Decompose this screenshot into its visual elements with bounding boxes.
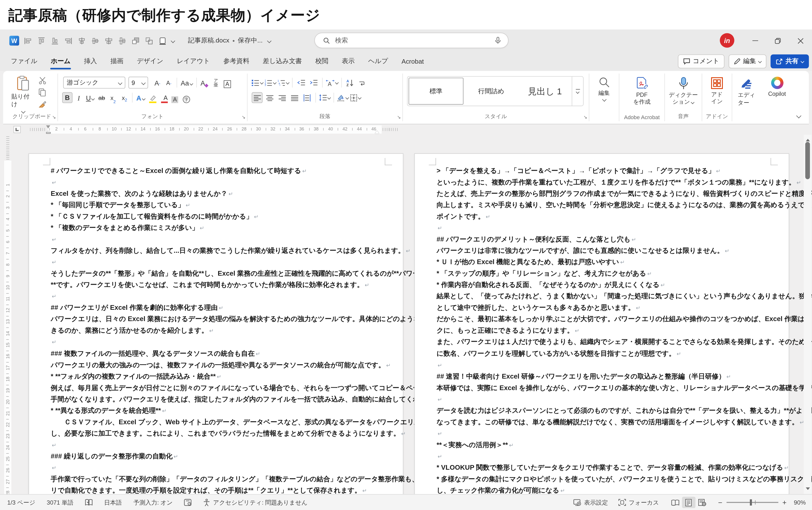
- zoom-slider-thumb[interactable]: [750, 499, 752, 505]
- search-mic-icon[interactable]: [495, 37, 501, 44]
- grow-font-button[interactable]: Aˆ: [152, 77, 163, 88]
- copy-icon[interactable]: [38, 88, 46, 96]
- zoom-level[interactable]: 90%: [794, 499, 806, 505]
- change-case-button[interactable]: Aa: [180, 77, 194, 88]
- bring-forward-icon[interactable]: [131, 36, 140, 45]
- editing-mode-button[interactable]: 編集: [729, 54, 766, 68]
- scrollbar-thumb[interactable]: [805, 142, 810, 179]
- accessibility-status[interactable]: アクセシビリティ: 問題ありません: [203, 499, 308, 506]
- strikethrough-button[interactable]: ab: [96, 92, 107, 103]
- zoom-in-button[interactable]: +: [782, 498, 786, 507]
- right-indent-marker[interactable]: [375, 129, 379, 134]
- restore-button[interactable]: [766, 29, 789, 52]
- format-painter-icon[interactable]: [38, 100, 47, 108]
- tab-表示[interactable]: 表示: [335, 52, 361, 71]
- font-size-select[interactable]: 9: [128, 77, 148, 88]
- display-settings-button[interactable]: 表示設定: [573, 499, 608, 506]
- left-indent-marker[interactable]: [46, 132, 51, 134]
- center-horizontal-icon[interactable]: [77, 36, 86, 45]
- style-heading1[interactable]: 見出し 1: [518, 77, 572, 106]
- vertical-ruler[interactable]: 1234567891011121314151617181920212223242…: [4, 135, 11, 494]
- highlight-button[interactable]: [147, 92, 157, 103]
- scroll-down-icon[interactable]: [806, 487, 810, 492]
- tab-参考資料[interactable]: 参考資料: [216, 52, 256, 71]
- italic-button[interactable]: I: [74, 92, 84, 103]
- word-count[interactable]: 3071 単語: [47, 499, 74, 506]
- proofing-status[interactable]: [85, 499, 93, 506]
- font-dialog-launcher[interactable]: ↘: [241, 114, 245, 120]
- editor-button[interactable]: エディター: [732, 77, 761, 107]
- vertical-scrollbar[interactable]: [804, 135, 812, 494]
- bold-button[interactable]: B: [62, 92, 72, 103]
- font-color-button[interactable]: A: [158, 92, 169, 103]
- show-paragraph-marks-button[interactable]: [357, 77, 368, 88]
- distribute-vertical-icon[interactable]: [118, 36, 126, 45]
- language-indicator[interactable]: 日本語: [104, 499, 122, 506]
- underline-button[interactable]: U: [85, 92, 95, 103]
- page-indicator[interactable]: 1/3 ページ: [7, 499, 35, 506]
- user-avatar[interactable]: in: [720, 33, 734, 48]
- addins-button[interactable]: アドイン: [702, 77, 732, 105]
- character-shading-button[interactable]: A: [170, 92, 180, 103]
- text-effects-button[interactable]: A: [135, 92, 146, 103]
- document-title[interactable]: 記事原稿.docx • 保存中...: [188, 36, 271, 45]
- read-mode-button[interactable]: [668, 497, 682, 508]
- phonetic-guide-button[interactable]: ア亜: [211, 77, 221, 88]
- line-spacing-button[interactable]: [319, 92, 330, 103]
- tab-デザイン[interactable]: デザイン: [130, 52, 170, 71]
- distribute-horizontal-icon[interactable]: [104, 36, 113, 45]
- style-no-spacing[interactable]: 行間詰め: [464, 77, 518, 106]
- tab-校閲[interactable]: 校閲: [309, 52, 335, 71]
- tab-selector[interactable]: [13, 126, 21, 133]
- comments-button[interactable]: コメント: [678, 54, 725, 68]
- tab-差し込み文書[interactable]: 差し込み文書: [256, 52, 309, 71]
- dictate-button[interactable]: ディクテーション: [665, 77, 702, 105]
- align-center-button[interactable]: [264, 92, 275, 103]
- tab-挿入[interactable]: 挿入: [77, 52, 104, 71]
- shading-button[interactable]: [337, 92, 349, 103]
- horizontal-ruler[interactable]: 2468101214161820222426283032343638404244…: [0, 125, 812, 134]
- character-border-button[interactable]: A: [222, 77, 232, 88]
- editing-button[interactable]: 編集: [589, 77, 619, 101]
- tab-ホーム[interactable]: ホーム: [44, 52, 77, 71]
- page-2[interactable]: > 「データを整える」→「コピー＆ペースト」→「ピボットで集計」→「グラフで見せ…: [414, 153, 789, 494]
- tab-Acrobat[interactable]: Acrobat: [395, 52, 431, 71]
- style-normal[interactable]: 標準: [409, 78, 463, 105]
- web-layout-button[interactable]: [695, 497, 709, 508]
- paragraph-dialog-launcher[interactable]: ↘: [397, 114, 401, 120]
- numbering-button[interactable]: 123: [264, 77, 276, 88]
- qat-more-icon[interactable]: [171, 38, 175, 43]
- zoom-slider[interactable]: [727, 502, 778, 503]
- cut-icon[interactable]: [38, 77, 47, 85]
- align-left-button[interactable]: [252, 92, 263, 103]
- distribute-button[interactable]: [301, 92, 312, 103]
- sort-button[interactable]: AZ: [345, 77, 356, 88]
- search-box[interactable]: 検索: [314, 33, 509, 48]
- word-app-icon[interactable]: W: [9, 36, 19, 46]
- shrink-font-button[interactable]: Aˇ: [164, 77, 174, 88]
- ime-indicator[interactable]: 予測入力: オン: [134, 499, 173, 506]
- styles-gallery-more[interactable]: [572, 77, 583, 106]
- text-predictions-icon[interactable]: [184, 499, 192, 506]
- character-scale-button[interactable]: A: [326, 77, 338, 88]
- increase-indent-button[interactable]: [308, 77, 319, 88]
- tab-レイアウト[interactable]: レイアウト: [170, 52, 216, 71]
- decrease-indent-button[interactable]: [296, 77, 307, 88]
- copilot-button[interactable]: Copilot: [763, 77, 791, 107]
- focus-button[interactable]: フォーカス: [618, 499, 659, 506]
- borders-button[interactable]: [350, 92, 361, 103]
- tab-ヘルプ[interactable]: ヘルプ: [361, 52, 395, 71]
- center-vertical-icon[interactable]: [91, 36, 99, 45]
- bullets-button[interactable]: [252, 77, 263, 88]
- tab-描画[interactable]: 描画: [104, 52, 130, 71]
- multilevel-list-button[interactable]: 1ai: [278, 77, 289, 88]
- align-objects-top-icon[interactable]: [37, 36, 46, 45]
- print-layout-button[interactable]: [682, 497, 695, 508]
- align-right-button[interactable]: [277, 92, 287, 103]
- align-objects-bottom-icon[interactable]: [50, 36, 59, 45]
- page-1[interactable]: # パワークエリでできること～Excel の面倒な繰り返し作業を自動化して時短す…: [28, 153, 403, 494]
- zoom-out-button[interactable]: −: [718, 498, 722, 507]
- superscript-button[interactable]: x2: [119, 92, 130, 103]
- subscript-button[interactable]: x2: [108, 92, 118, 103]
- font-name-select[interactable]: 游ゴシック: [63, 77, 125, 88]
